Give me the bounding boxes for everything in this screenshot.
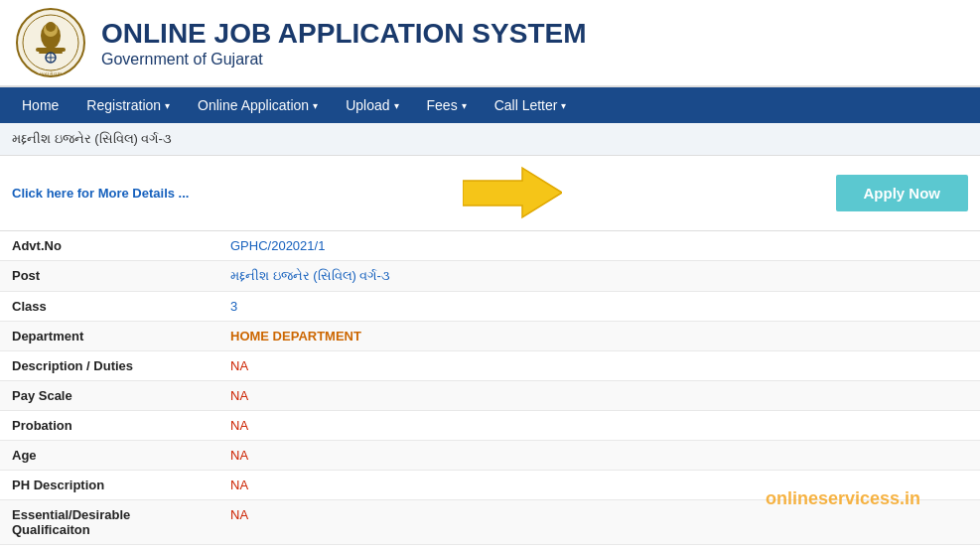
- row-value: NA: [218, 545, 980, 550]
- row-value: NA: [218, 411, 980, 441]
- row-label: Probation: [0, 411, 218, 441]
- row-value: HOME DEPARTMENT: [218, 322, 980, 351]
- nav-upload[interactable]: Upload ▾: [332, 87, 412, 123]
- chevron-down-icon: ▾: [313, 100, 318, 111]
- table-row: Experience(If any) DescriptionNA: [0, 545, 980, 550]
- row-label: PH Description: [0, 471, 218, 500]
- row-value: GPHC/202021/1: [218, 231, 980, 261]
- table-row: Essential/Desirable QualificaitonNA: [0, 500, 980, 545]
- row-value: NA: [218, 500, 980, 545]
- svg-text:સત્ય મેવ જ: સત્ય મેવ જ: [39, 70, 64, 76]
- nav-online-application[interactable]: Online Application ▾: [184, 87, 332, 123]
- row-value: NA: [218, 471, 980, 500]
- site-subtitle: Government of Gujarat: [101, 51, 586, 69]
- row-label: Experience(If any) Description: [0, 545, 218, 550]
- header-text: ONLINE JOB APPLICATION SYSTEM Government…: [101, 17, 586, 69]
- row-label: Description / Duties: [0, 351, 218, 381]
- apply-now-button[interactable]: Apply Now: [836, 175, 969, 211]
- nav-registration[interactable]: Registration ▾: [72, 87, 184, 123]
- table-row: Postમદ્દનીશ ઇજનેર (સિવિલ) વર્ગ-૩: [0, 261, 980, 292]
- header: સત્ય મેવ જ ONLINE JOB APPLICATION SYSTEM…: [0, 0, 980, 87]
- chevron-down-icon: ▾: [165, 100, 170, 111]
- breadcrumb: મદ્દનીશ ઇજનેર (સિવિલ) વર્ગ-૩: [0, 123, 980, 156]
- site-title: ONLINE JOB APPLICATION SYSTEM: [101, 17, 586, 51]
- arrow-area: [189, 166, 835, 220]
- table-row: Description / DutiesNA: [0, 351, 980, 381]
- row-value: મદ્દનીશ ઇજનેર (સિવિલ) વર્ગ-૩: [218, 261, 980, 292]
- chevron-down-icon: ▾: [561, 100, 566, 111]
- row-value: NA: [218, 441, 980, 471]
- nav-fees[interactable]: Fees ▾: [413, 87, 481, 123]
- row-label: Age: [0, 441, 218, 471]
- click-here-link[interactable]: Click here for More Details ...: [12, 186, 189, 201]
- row-label: Advt.No: [0, 231, 218, 261]
- svg-rect-5: [36, 48, 66, 52]
- svg-marker-11: [463, 168, 562, 217]
- chevron-down-icon: ▾: [462, 100, 467, 111]
- details-table: Advt.NoGPHC/202021/1Postમદ્દનીશ ઇજનેર (સ…: [0, 231, 980, 549]
- navbar: Home Registration ▾ Online Application ▾…: [0, 87, 980, 123]
- nav-call-letter[interactable]: Call Letter ▾: [481, 87, 581, 123]
- logo: સત્ય મેવ જ: [16, 8, 85, 77]
- table-row: DepartmentHOME DEPARTMENT: [0, 322, 980, 351]
- svg-point-4: [46, 22, 56, 32]
- top-action-row: Click here for More Details ... Apply No…: [0, 156, 980, 231]
- row-value: 3: [218, 292, 980, 322]
- row-value: NA: [218, 351, 980, 381]
- nav-home[interactable]: Home: [8, 87, 72, 123]
- row-label: Essential/Desirable Qualificaiton: [0, 500, 218, 545]
- row-label: Class: [0, 292, 218, 322]
- row-label: Department: [0, 322, 218, 351]
- row-label: Post: [0, 261, 218, 292]
- table-row: PH DescriptionNA: [0, 471, 980, 500]
- main-content: Click here for More Details ... Apply No…: [0, 156, 980, 549]
- table-row: AgeNA: [0, 441, 980, 471]
- row-label: Pay Scale: [0, 381, 218, 411]
- table-row: Pay ScaleNA: [0, 381, 980, 411]
- table-row: ProbationNA: [0, 411, 980, 441]
- chevron-down-icon: ▾: [394, 100, 399, 111]
- table-row: Class3: [0, 292, 980, 322]
- right-arrow-icon: [463, 166, 562, 220]
- row-value: NA: [218, 381, 980, 411]
- table-row: Advt.NoGPHC/202021/1: [0, 231, 980, 261]
